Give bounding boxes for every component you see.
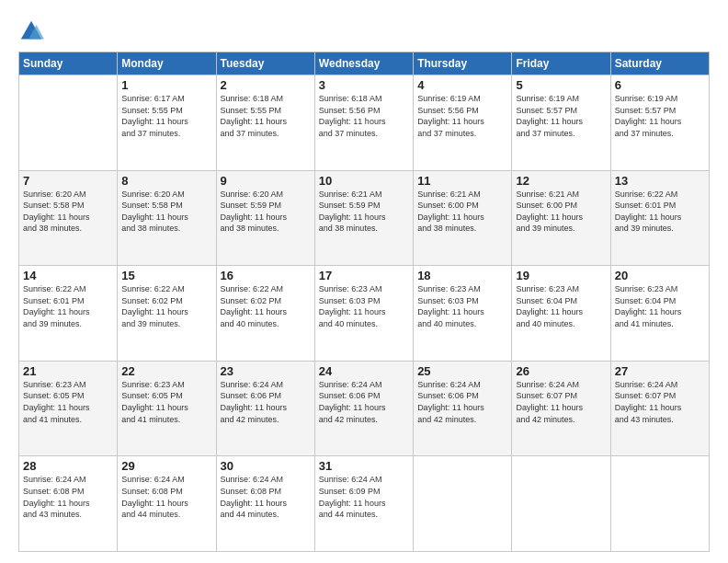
- calendar-cell: 12Sunrise: 6:21 AMSunset: 6:00 PMDayligh…: [512, 170, 610, 266]
- day-number: 10: [319, 174, 409, 188]
- calendar-cell: 22Sunrise: 6:23 AMSunset: 6:05 PMDayligh…: [118, 361, 216, 456]
- day-info: Sunrise: 6:24 AMSunset: 6:06 PMDaylight:…: [319, 379, 409, 425]
- calendar-cell: 21Sunrise: 6:23 AMSunset: 6:05 PMDayligh…: [19, 361, 118, 456]
- day-info: Sunrise: 6:24 AMSunset: 6:06 PMDaylight:…: [221, 379, 311, 425]
- calendar-cell: 20Sunrise: 6:23 AMSunset: 6:04 PMDayligh…: [610, 266, 709, 362]
- calendar-cell: 24Sunrise: 6:24 AMSunset: 6:06 PMDayligh…: [314, 361, 413, 456]
- calendar-cell: 16Sunrise: 6:22 AMSunset: 6:02 PMDayligh…: [216, 266, 314, 362]
- day-number: 31: [319, 459, 409, 473]
- day-number: 21: [23, 364, 113, 378]
- day-number: 9: [221, 174, 311, 188]
- calendar-cell: 8Sunrise: 6:20 AMSunset: 5:58 PMDaylight…: [118, 170, 216, 266]
- calendar-cell: 10Sunrise: 6:21 AMSunset: 5:59 PMDayligh…: [314, 170, 413, 266]
- calendar-week-row: 21Sunrise: 6:23 AMSunset: 6:05 PMDayligh…: [19, 361, 710, 456]
- weekday-header-friday: Friday: [512, 52, 610, 75]
- calendar-cell: 19Sunrise: 6:23 AMSunset: 6:04 PMDayligh…: [512, 266, 610, 362]
- calendar-cell: 26Sunrise: 6:24 AMSunset: 6:07 PMDayligh…: [512, 361, 610, 456]
- day-info: Sunrise: 6:24 AMSunset: 6:07 PMDaylight:…: [615, 379, 705, 425]
- calendar-week-row: 14Sunrise: 6:22 AMSunset: 6:01 PMDayligh…: [19, 266, 710, 362]
- day-info: Sunrise: 6:24 AMSunset: 6:09 PMDaylight:…: [319, 474, 409, 520]
- logo: [18, 18, 48, 44]
- day-number: 11: [417, 174, 507, 188]
- day-number: 6: [615, 78, 705, 92]
- weekday-header-tuesday: Tuesday: [216, 52, 314, 75]
- day-number: 12: [516, 174, 606, 188]
- calendar-cell: 1Sunrise: 6:17 AMSunset: 5:55 PMDaylight…: [118, 75, 216, 171]
- day-info: Sunrise: 6:24 AMSunset: 6:06 PMDaylight:…: [417, 379, 507, 425]
- day-number: 30: [221, 459, 311, 473]
- day-number: 20: [615, 269, 705, 282]
- day-info: Sunrise: 6:23 AMSunset: 6:03 PMDaylight:…: [417, 283, 507, 329]
- day-info: Sunrise: 6:19 AMSunset: 5:57 PMDaylight:…: [615, 93, 705, 139]
- calendar-cell: 31Sunrise: 6:24 AMSunset: 6:09 PMDayligh…: [314, 456, 413, 552]
- calendar-cell: [414, 456, 512, 552]
- weekday-header-thursday: Thursday: [414, 52, 512, 75]
- calendar-cell: 7Sunrise: 6:20 AMSunset: 5:58 PMDaylight…: [19, 170, 118, 266]
- weekday-header-row: SundayMondayTuesdayWednesdayThursdayFrid…: [19, 52, 710, 75]
- day-info: Sunrise: 6:22 AMSunset: 6:01 PMDaylight:…: [615, 189, 705, 235]
- day-number: 14: [23, 269, 113, 282]
- day-number: 17: [319, 269, 409, 282]
- day-info: Sunrise: 6:21 AMSunset: 6:00 PMDaylight:…: [516, 189, 606, 235]
- day-info: Sunrise: 6:17 AMSunset: 5:55 PMDaylight:…: [121, 93, 211, 139]
- day-number: 7: [23, 174, 113, 188]
- day-info: Sunrise: 6:21 AMSunset: 5:59 PMDaylight:…: [319, 189, 409, 235]
- day-number: 16: [221, 269, 311, 282]
- calendar-cell: [19, 75, 118, 171]
- day-number: 26: [516, 364, 606, 378]
- weekday-header-monday: Monday: [118, 52, 216, 75]
- day-info: Sunrise: 6:23 AMSunset: 6:03 PMDaylight:…: [319, 283, 409, 329]
- calendar-cell: 23Sunrise: 6:24 AMSunset: 6:06 PMDayligh…: [216, 361, 314, 456]
- calendar-cell: 11Sunrise: 6:21 AMSunset: 6:00 PMDayligh…: [414, 170, 512, 266]
- day-number: 13: [615, 174, 705, 188]
- day-info: Sunrise: 6:22 AMSunset: 6:02 PMDaylight:…: [221, 283, 311, 329]
- calendar-cell: 13Sunrise: 6:22 AMSunset: 6:01 PMDayligh…: [610, 170, 709, 266]
- day-info: Sunrise: 6:24 AMSunset: 6:07 PMDaylight:…: [516, 379, 606, 425]
- day-number: 23: [221, 364, 311, 378]
- day-number: 8: [121, 174, 211, 188]
- day-info: Sunrise: 6:24 AMSunset: 6:08 PMDaylight:…: [221, 474, 311, 520]
- weekday-header-wednesday: Wednesday: [314, 52, 413, 75]
- calendar-cell: 30Sunrise: 6:24 AMSunset: 6:08 PMDayligh…: [216, 456, 314, 552]
- day-number: 28: [23, 459, 113, 473]
- day-info: Sunrise: 6:23 AMSunset: 6:05 PMDaylight:…: [121, 379, 211, 425]
- calendar-cell: 25Sunrise: 6:24 AMSunset: 6:06 PMDayligh…: [414, 361, 512, 456]
- day-number: 27: [615, 364, 705, 378]
- calendar-cell: 28Sunrise: 6:24 AMSunset: 6:08 PMDayligh…: [19, 456, 118, 552]
- day-number: 18: [417, 269, 507, 282]
- day-number: 4: [417, 78, 507, 92]
- day-number: 25: [417, 364, 507, 378]
- logo-icon: [18, 18, 44, 44]
- day-info: Sunrise: 6:24 AMSunset: 6:08 PMDaylight:…: [23, 474, 113, 520]
- day-number: 3: [319, 78, 409, 92]
- calendar-cell: 5Sunrise: 6:19 AMSunset: 5:57 PMDaylight…: [512, 75, 610, 171]
- day-number: 15: [121, 269, 211, 282]
- day-info: Sunrise: 6:18 AMSunset: 5:55 PMDaylight:…: [221, 93, 311, 139]
- page: SundayMondayTuesdayWednesdayThursdayFrid…: [0, 0, 728, 563]
- calendar-cell: 29Sunrise: 6:24 AMSunset: 6:08 PMDayligh…: [118, 456, 216, 552]
- day-info: Sunrise: 6:23 AMSunset: 6:04 PMDaylight:…: [516, 283, 606, 329]
- day-info: Sunrise: 6:24 AMSunset: 6:08 PMDaylight:…: [121, 474, 211, 520]
- calendar: SundayMondayTuesdayWednesdayThursdayFrid…: [18, 52, 710, 552]
- header: [18, 15, 710, 44]
- day-info: Sunrise: 6:20 AMSunset: 5:59 PMDaylight:…: [221, 189, 311, 235]
- day-number: 5: [516, 78, 606, 92]
- weekday-header-saturday: Saturday: [610, 52, 709, 75]
- calendar-cell: 9Sunrise: 6:20 AMSunset: 5:59 PMDaylight…: [216, 170, 314, 266]
- day-number: 29: [121, 459, 211, 473]
- calendar-cell: [610, 456, 709, 552]
- day-number: 24: [319, 364, 409, 378]
- calendar-cell: 15Sunrise: 6:22 AMSunset: 6:02 PMDayligh…: [118, 266, 216, 362]
- day-info: Sunrise: 6:18 AMSunset: 5:56 PMDaylight:…: [319, 93, 409, 139]
- day-info: Sunrise: 6:21 AMSunset: 6:00 PMDaylight:…: [417, 189, 507, 235]
- day-number: 2: [221, 78, 311, 92]
- day-info: Sunrise: 6:19 AMSunset: 5:57 PMDaylight:…: [516, 93, 606, 139]
- calendar-cell: 4Sunrise: 6:19 AMSunset: 5:56 PMDaylight…: [414, 75, 512, 171]
- day-info: Sunrise: 6:23 AMSunset: 6:05 PMDaylight:…: [23, 379, 113, 425]
- calendar-cell: 27Sunrise: 6:24 AMSunset: 6:07 PMDayligh…: [610, 361, 709, 456]
- day-info: Sunrise: 6:20 AMSunset: 5:58 PMDaylight:…: [121, 189, 211, 235]
- weekday-header-sunday: Sunday: [19, 52, 118, 75]
- calendar-cell: [512, 456, 610, 552]
- day-number: 19: [516, 269, 606, 282]
- day-info: Sunrise: 6:20 AMSunset: 5:58 PMDaylight:…: [23, 189, 113, 235]
